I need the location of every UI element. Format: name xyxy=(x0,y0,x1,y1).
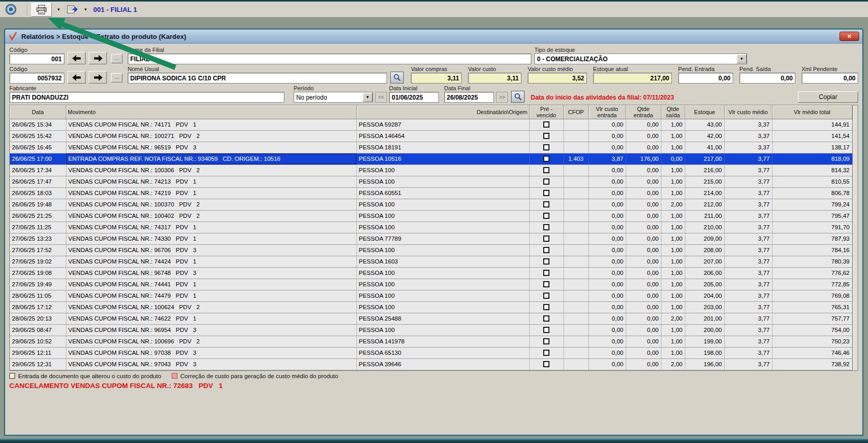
cell-qs[interactable]: 1,00 xyxy=(661,130,685,142)
cell-pre[interactable] xyxy=(529,324,563,336)
cell-vmt[interactable]: 138,17 xyxy=(772,142,852,153)
cell-qs[interactable]: 1,00 xyxy=(661,244,685,256)
cell-pre[interactable] xyxy=(529,313,563,324)
cell-vcm[interactable]: 3,77 xyxy=(724,324,772,336)
cell-qe[interactable]: 0,00 xyxy=(626,244,661,256)
cell-vmt[interactable]: 810,55 xyxy=(772,176,852,187)
cell-qs[interactable]: 1,00 xyxy=(661,210,685,222)
cell-est[interactable]: 42,00 xyxy=(685,130,724,142)
cell-data[interactable]: 29/06/25 08:47 xyxy=(10,324,66,336)
cell-dest[interactable]: PESSOA 77789 xyxy=(356,233,529,244)
produto-next-button[interactable] xyxy=(89,71,107,84)
cell-pre[interactable] xyxy=(529,142,563,153)
cell-cfop[interactable] xyxy=(563,336,588,347)
grid-row-selected[interactable]: 26/06/25 17:00ENTRADA COMPRAS REF. NOTA … xyxy=(10,153,852,164)
cell-pre[interactable] xyxy=(529,290,563,301)
cell-dest[interactable]: PESSOA 100 xyxy=(356,164,529,176)
grid-header-qe[interactable]: Qtde entrada xyxy=(626,105,661,119)
pre-vencido-checkbox[interactable] xyxy=(543,258,549,265)
cell-vcm[interactable]: 3,77 xyxy=(724,199,772,210)
cell-qs[interactable]: 1,00 xyxy=(661,290,685,301)
cell-pre[interactable] xyxy=(529,176,563,187)
cell-data[interactable]: 27/06/25 19:08 xyxy=(10,267,66,279)
cell-cfop[interactable] xyxy=(563,176,588,187)
grid-row[interactable]: 27/06/25 19:08VENDAS CUPOM FISCAL NR.: 9… xyxy=(10,267,852,279)
grid-header-mov[interactable]: Movimento xyxy=(66,105,356,119)
cell-mov[interactable]: VENDAS CUPOM FISCAL NR.: 100271 PDV 2 xyxy=(66,130,356,142)
cell-mov[interactable]: VENDAS CUPOM FISCAL NR.: 74622 PDV 1 xyxy=(66,313,356,324)
cell-qs[interactable]: 1,00 xyxy=(661,164,685,176)
cell-pre[interactable] xyxy=(529,233,563,244)
cell-est[interactable]: 203,00 xyxy=(685,301,724,313)
cell-vce[interactable]: 0,00 xyxy=(588,199,626,210)
cell-cfop[interactable] xyxy=(563,130,588,142)
produto-search-button[interactable] xyxy=(390,72,404,84)
grid-row[interactable]: 27/06/25 17:52VENDAS CUPOM FISCAL NR.: 9… xyxy=(10,244,852,256)
cell-cfop[interactable] xyxy=(563,358,588,370)
grid-header-est[interactable]: Estoque xyxy=(685,105,724,119)
grid-row[interactable]: 29/06/25 10:52VENDAS CUPOM FISCAL NR.: 1… xyxy=(10,336,852,347)
cell-dest[interactable]: PESSOA 100 xyxy=(356,199,529,210)
cell-est[interactable]: 201,00 xyxy=(685,313,724,324)
cell-dest[interactable]: PESSOA 141978 xyxy=(356,336,529,347)
branch-label[interactable]: 001 - FILIAL 1 xyxy=(93,6,137,13)
filial-nome-input[interactable]: FILIAL 1 xyxy=(128,53,531,64)
cell-qs[interactable]: 1,00 xyxy=(661,256,685,267)
cell-pre[interactable] xyxy=(529,187,563,199)
grid-row[interactable]: 26/06/25 15:42VENDAS CUPOM FISCAL NR.: 1… xyxy=(10,130,852,142)
cell-vce[interactable]: 0,00 xyxy=(588,279,626,290)
cell-mov[interactable]: VENDAS CUPOM FISCAL NR.: 74330 PDV 1 xyxy=(66,233,356,244)
grid-row[interactable]: 26/06/25 17:47VENDAS CUPOM FISCAL NR.: 7… xyxy=(10,176,852,187)
cell-est[interactable]: 208,00 xyxy=(685,244,724,256)
cell-dest[interactable]: PESSOA 18191 xyxy=(356,142,529,153)
cell-est[interactable]: 204,00 xyxy=(685,290,724,301)
cell-dest[interactable]: PESSOA 100 xyxy=(356,279,529,290)
grid-row[interactable]: 27/06/25 11:25VENDAS CUPOM FISCAL NR.: 7… xyxy=(10,222,852,233)
cell-vce[interactable]: 0,00 xyxy=(588,130,626,142)
grid-row[interactable]: 28/06/25 17:12VENDAS CUPOM FISCAL NR.: 1… xyxy=(10,301,852,313)
data-inicial-input[interactable]: 01/06/2025 xyxy=(389,92,439,103)
cell-vcm[interactable]: 3,77 xyxy=(724,176,772,187)
cell-data[interactable]: 29/06/25 12:31 xyxy=(10,358,66,370)
periodo-next-button[interactable]: >> xyxy=(496,92,508,103)
cell-qs[interactable]: 1,00 xyxy=(661,267,685,279)
produto-prev-button[interactable] xyxy=(67,71,86,84)
cell-pre[interactable] xyxy=(529,347,563,358)
cell-vce[interactable]: 0,00 xyxy=(588,164,626,176)
cell-data[interactable]: 26/06/25 15:42 xyxy=(10,130,66,142)
cell-vmt[interactable]: 799,24 xyxy=(772,199,852,210)
cell-vcm[interactable]: 3,77 xyxy=(724,336,772,347)
cell-vce[interactable]: 0,00 xyxy=(588,324,626,336)
cell-vce[interactable]: 0,00 xyxy=(588,222,626,233)
cell-qe[interactable]: 176,00 xyxy=(626,153,661,164)
cell-qe[interactable]: 0,00 xyxy=(626,347,661,358)
cell-vcm[interactable]: 3,77 xyxy=(724,244,772,256)
cell-mov[interactable]: VENDAS CUPOM FISCAL NR.: 74424 PDV 1 xyxy=(66,256,356,267)
cell-est[interactable]: 43,00 xyxy=(685,119,724,130)
grid-header-vce[interactable]: Vlr custo entrada xyxy=(588,105,626,119)
cell-vmt[interactable]: 795,47 xyxy=(772,210,852,222)
cell-qs[interactable]: 1,00 xyxy=(661,119,685,130)
cell-dest[interactable]: PESSOA 100 xyxy=(356,176,529,187)
cell-pre[interactable] xyxy=(529,336,563,347)
cell-qe[interactable]: 0,00 xyxy=(626,119,661,130)
pre-vencido-checkbox[interactable] xyxy=(543,144,549,150)
cell-vmt[interactable]: 738,92 xyxy=(772,358,852,370)
periodo-dropdown-icon[interactable]: ▼ xyxy=(363,93,373,102)
pre-vencido-checkbox[interactable] xyxy=(543,133,549,139)
cell-cfop[interactable] xyxy=(563,324,588,336)
cell-data[interactable]: 29/06/25 10:52 xyxy=(10,336,66,347)
cell-qe[interactable]: 0,00 xyxy=(626,336,661,347)
grid-row[interactable]: 27/06/25 13:23VENDAS CUPOM FISCAL NR.: 7… xyxy=(10,233,852,244)
pre-vencido-checkbox[interactable] xyxy=(543,190,549,196)
cell-vmt[interactable]: 814,32 xyxy=(772,164,852,176)
cell-dest[interactable]: PESSOA 100 xyxy=(356,301,529,313)
cell-qe[interactable]: 0,00 xyxy=(626,290,661,301)
cell-qe[interactable]: 0,00 xyxy=(626,358,661,370)
cell-vmt[interactable]: 769,08 xyxy=(772,290,852,301)
cell-vmt[interactable]: 780,39 xyxy=(772,256,852,267)
filial-prev-button[interactable] xyxy=(67,52,86,64)
cell-vmt[interactable]: 818,09 xyxy=(772,153,852,164)
copiar-button[interactable]: Copiar xyxy=(798,91,858,103)
cell-vcm[interactable]: 3,77 xyxy=(724,222,772,233)
